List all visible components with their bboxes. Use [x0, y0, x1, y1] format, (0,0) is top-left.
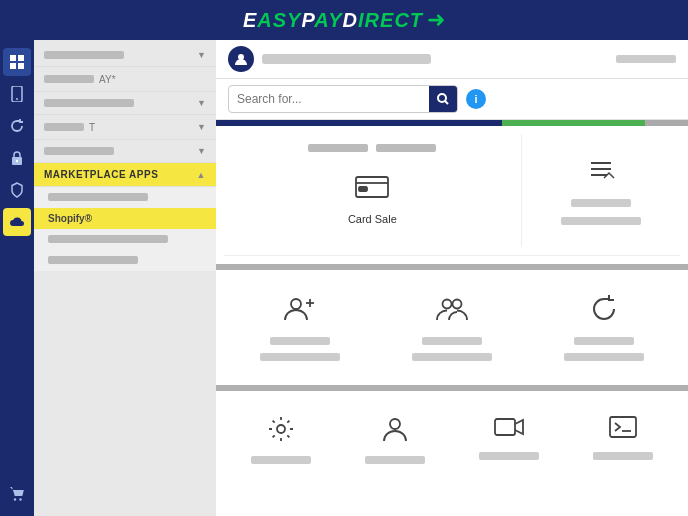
nav-item-2[interactable]: AY*: [34, 67, 216, 92]
chevron-icon-1: ▼: [197, 50, 206, 60]
svg-point-22: [443, 300, 452, 309]
nav-sidebar: ▼ AY* ▼ T ▼ ▼ MARKETPLACE APPS ▲: [34, 40, 216, 516]
sidebar-icon-cart[interactable]: [3, 480, 31, 508]
sidebar-icon-shield[interactable]: [3, 176, 31, 204]
svg-point-11: [438, 94, 446, 102]
nav-sub-label-4: [48, 256, 138, 264]
content-area: i: [216, 40, 688, 516]
svg-rect-1: [18, 55, 24, 61]
video-item[interactable]: [452, 403, 566, 476]
sidebar-icon-lock[interactable]: [3, 144, 31, 172]
nav-sub-label-1: [48, 193, 148, 201]
profile-icon: [382, 415, 408, 450]
logo: EasyPayDirect ➜: [243, 7, 445, 33]
svg-point-5: [16, 98, 18, 100]
right-label-2: [561, 217, 641, 225]
add-users-label-2: [260, 353, 340, 361]
list-icon: [587, 156, 615, 191]
top-bar-info: [616, 55, 676, 63]
chevron-icon-4: ▼: [197, 122, 206, 132]
svg-point-19: [291, 299, 301, 309]
svg-point-8: [14, 498, 16, 500]
svg-line-12: [445, 101, 448, 104]
top-bar: [216, 40, 688, 79]
add-users-item[interactable]: [224, 282, 376, 373]
nav-sub-item-4[interactable]: [34, 250, 216, 271]
users-group-icon: [435, 294, 469, 331]
sidebar-icon-dashboard[interactable]: [3, 48, 31, 76]
settings-item[interactable]: [224, 403, 338, 476]
svg-point-7: [16, 160, 18, 162]
sync-label-2: [564, 353, 644, 361]
section-3: [224, 399, 680, 480]
nav-label-2: AY*: [44, 73, 116, 85]
users-group-item[interactable]: [376, 282, 528, 373]
nav-item-1[interactable]: ▼: [34, 44, 216, 67]
nav-item-5[interactable]: ▼: [34, 140, 216, 163]
svg-rect-2: [10, 63, 16, 69]
user-name: [262, 54, 431, 64]
icon-sidebar: [0, 40, 34, 516]
section-top-left: Card Sale: [224, 134, 522, 247]
sidebar-icon-mobile[interactable]: [3, 80, 31, 108]
nav-label-3: [44, 99, 134, 107]
svg-rect-15: [359, 187, 367, 191]
section-top-right: [522, 134, 680, 247]
main-layout: ▼ AY* ▼ T ▼ ▼ MARKETPLACE APPS ▲: [0, 40, 688, 516]
terminal-item[interactable]: [566, 403, 680, 476]
nav-item-4[interactable]: T ▼: [34, 115, 216, 140]
nav-sub-item-3[interactable]: [34, 229, 216, 250]
users-group-label: [422, 337, 482, 345]
sync-icon: [589, 294, 619, 331]
sidebar-icon-refresh[interactable]: [3, 112, 31, 140]
grid-content: Card Sale: [216, 126, 688, 516]
section-top-row: Card Sale: [224, 134, 680, 256]
card-sale-label: Card Sale: [348, 213, 397, 225]
section-separator-2: [216, 385, 688, 391]
settings-icon: [267, 415, 295, 450]
nav-sub-label-3: [48, 235, 168, 243]
video-label: [479, 452, 539, 460]
nav-item-3[interactable]: ▼: [34, 92, 216, 115]
settings-label: [251, 456, 311, 464]
add-users-label: [270, 337, 330, 345]
svg-rect-26: [495, 419, 515, 435]
nav-sub-item-1[interactable]: [34, 187, 216, 208]
svg-point-24: [277, 425, 285, 433]
logo-arrow-icon: ➜: [427, 7, 445, 33]
nav-marketplace-apps[interactable]: MARKETPLACE APPS ▲: [34, 163, 216, 187]
nav-sub-item-shopify[interactable]: Shopify®: [34, 208, 216, 229]
sync-item[interactable]: [528, 282, 680, 373]
user-avatar: [228, 46, 254, 72]
search-button[interactable]: [429, 85, 457, 113]
right-label-1: [571, 199, 631, 207]
nav-label-5: [44, 147, 114, 155]
search-input[interactable]: [229, 92, 429, 106]
terminal-icon: [609, 415, 637, 446]
header: EasyPayDirect ➜: [0, 0, 688, 40]
marketplace-apps-label: MARKETPLACE APPS: [44, 169, 158, 180]
section-separator-1: [216, 264, 688, 270]
card-sale-item[interactable]: Card Sale: [340, 162, 405, 237]
info-icon[interactable]: i: [466, 89, 486, 109]
add-users-icon: [283, 294, 317, 331]
sync-label: [574, 337, 634, 345]
card-sale-icon: [355, 174, 389, 207]
chevron-icon-marketplace: ▲: [197, 170, 206, 180]
logo-text: EasyPayDirect: [243, 9, 423, 32]
svg-point-25: [390, 419, 400, 429]
svg-rect-27: [610, 417, 636, 437]
svg-rect-3: [18, 63, 24, 69]
svg-rect-0: [10, 55, 16, 61]
terminal-label: [593, 452, 653, 460]
section-2: [224, 278, 680, 377]
nav-label-1: [44, 51, 124, 59]
video-icon: [494, 415, 524, 446]
sidebar-icon-cloud[interactable]: [3, 208, 31, 236]
top-label-row: [308, 144, 436, 152]
profile-label: [365, 456, 425, 464]
chevron-icon-5: ▼: [197, 146, 206, 156]
search-input-wrap[interactable]: [228, 85, 458, 113]
search-bar: i: [216, 79, 688, 120]
profile-item[interactable]: [338, 403, 452, 476]
